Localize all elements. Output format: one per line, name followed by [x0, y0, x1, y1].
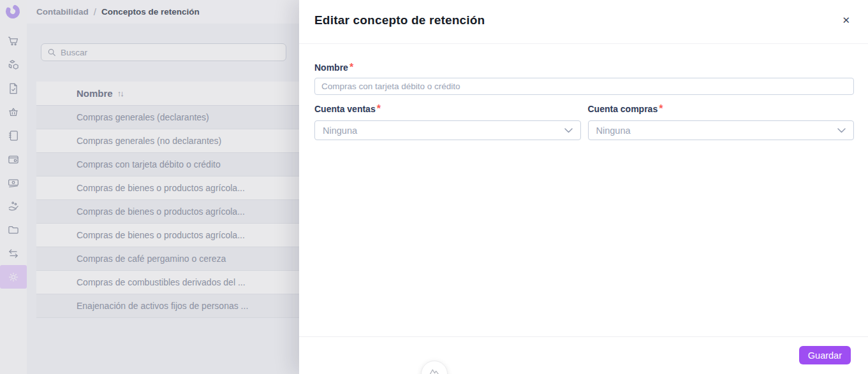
required-mark: *	[659, 103, 663, 114]
field-cuenta-ventas: Cuenta ventas* Ninguna	[314, 103, 581, 140]
mountain-icon	[429, 367, 440, 374]
field-label-cuenta-ventas: Cuenta ventas	[314, 104, 376, 114]
save-button[interactable]: Guardar	[799, 346, 851, 364]
required-mark: *	[349, 62, 353, 73]
cuenta-ventas-select[interactable]: Ninguna	[314, 120, 581, 140]
chevron-down-icon	[837, 128, 846, 133]
app-root: Contabilidad / Conceptos de retención No…	[0, 0, 868, 374]
field-cuenta-compras: Cuenta compras* Ninguna	[588, 103, 855, 140]
cuenta-compras-value: Ninguna	[596, 126, 631, 136]
accounts-row: Cuenta ventas* Ninguna Cuenta compras* N…	[314, 103, 854, 140]
modal-body: Nombre* Cuenta ventas* Ninguna Cuenta co…	[299, 44, 868, 336]
edit-concept-modal: Editar concepto de retención ✕ Nombre* C…	[299, 0, 868, 374]
cuenta-ventas-value: Ninguna	[323, 126, 357, 136]
modal-header: Editar concepto de retención ✕	[299, 0, 868, 44]
modal-footer: Guardar	[299, 336, 868, 374]
field-label-nombre: Nombre	[314, 62, 348, 73]
chevron-down-icon	[564, 128, 573, 133]
field-nombre: Nombre*	[314, 62, 854, 95]
modal-title: Editar concepto de retención	[314, 13, 485, 27]
nombre-input[interactable]	[314, 78, 854, 95]
required-mark: *	[377, 103, 381, 114]
cuenta-compras-select[interactable]: Ninguna	[588, 120, 855, 140]
close-icon[interactable]: ✕	[842, 15, 850, 25]
field-label-cuenta-compras: Cuenta compras	[588, 104, 658, 114]
